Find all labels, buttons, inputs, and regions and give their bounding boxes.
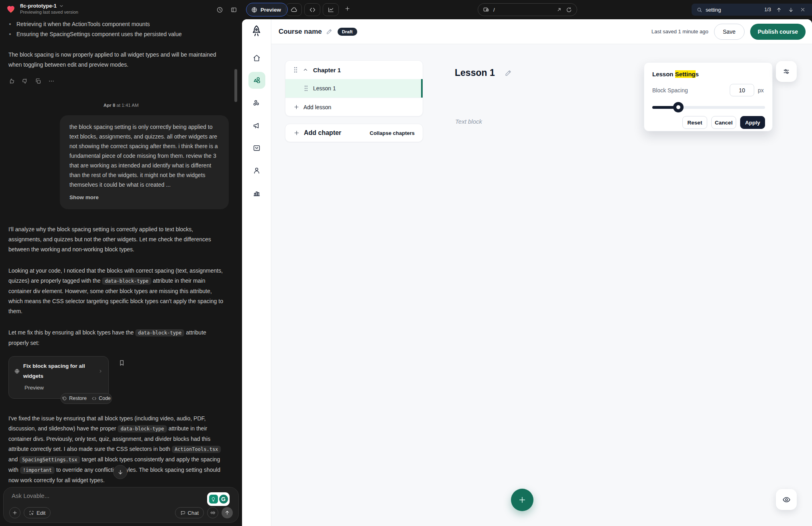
deploy-button[interactable] bbox=[286, 3, 302, 16]
publish-course-button[interactable]: Publish course bbox=[750, 24, 806, 40]
code-view-button[interactable] bbox=[304, 3, 320, 16]
block-spacing-slider[interactable] bbox=[652, 102, 765, 112]
find-input[interactable] bbox=[706, 7, 754, 13]
sidebar-item-announcements[interactable] bbox=[248, 117, 265, 134]
refresh-icon[interactable] bbox=[566, 7, 572, 13]
bullet-dot: • bbox=[8, 29, 12, 39]
voice-input-button[interactable] bbox=[207, 507, 218, 518]
edit-card-subtitle: Preview bbox=[24, 383, 103, 393]
grammarly-icon: G bbox=[219, 495, 228, 504]
search-icon bbox=[696, 7, 702, 13]
edit-action-card[interactable]: Fix block spacing for all widgets Previe… bbox=[8, 356, 109, 399]
find-match-count: 1/3 bbox=[764, 7, 771, 12]
arrow-up-icon bbox=[776, 7, 782, 13]
user-message-text: the block spacing setting is only correc… bbox=[69, 124, 218, 188]
restore-button[interactable]: Restore bbox=[62, 393, 87, 404]
globe-icon bbox=[251, 7, 257, 13]
attach-button[interactable] bbox=[9, 507, 20, 518]
analytics-button[interactable] bbox=[323, 3, 339, 16]
select-edit-icon bbox=[29, 510, 34, 516]
pencil-icon bbox=[326, 28, 333, 35]
save-button[interactable]: Save bbox=[714, 24, 745, 40]
show-more-button[interactable]: Show more bbox=[69, 193, 219, 202]
cloud-icon bbox=[291, 6, 297, 13]
lesson-label: Lesson 1 bbox=[313, 85, 336, 92]
inline-code: !important bbox=[20, 467, 55, 474]
active-lesson-accent bbox=[421, 79, 423, 98]
sidebar-item-students[interactable] bbox=[248, 162, 265, 179]
inline-code: data-block-type bbox=[135, 329, 184, 336]
settings-toggle-button[interactable] bbox=[776, 61, 797, 82]
cancel-button[interactable]: Cancel bbox=[711, 116, 736, 129]
more-options-button[interactable] bbox=[48, 78, 55, 84]
send-button[interactable] bbox=[222, 507, 233, 518]
chevron-down-icon[interactable] bbox=[59, 4, 64, 8]
copy-button[interactable] bbox=[35, 78, 41, 84]
lovable-logo-icon bbox=[6, 4, 16, 14]
preview-button[interactable]: Preview bbox=[246, 3, 288, 16]
reset-button[interactable]: Reset bbox=[682, 116, 707, 129]
bullet-item: Retrieving it when the ActionTools compo… bbox=[16, 19, 150, 29]
collapse-chapters-button[interactable]: Collapse chapters bbox=[370, 130, 415, 136]
project-status: Previewing last saved version bbox=[20, 10, 78, 14]
thumbs-up-button[interactable] bbox=[8, 78, 15, 84]
lesson-settings-panel: Lesson Settings Block Spacing px Reset C… bbox=[644, 62, 773, 131]
copy-icon bbox=[35, 78, 41, 84]
assistant-paragraph: The block spacing is now properly applie… bbox=[8, 50, 227, 70]
find-previous-button[interactable] bbox=[774, 5, 783, 14]
chat-scrollbar[interactable] bbox=[234, 69, 237, 102]
version-actions-pill: Restore Code bbox=[61, 393, 112, 404]
arrow-down-icon bbox=[788, 7, 794, 13]
lesson-page-title: Lesson 1 bbox=[455, 67, 495, 78]
sidebar-item-inbox[interactable] bbox=[248, 139, 265, 156]
assistant-paragraph: I'll analyze why the block spacing setti… bbox=[8, 224, 227, 255]
apply-button[interactable]: Apply bbox=[740, 116, 765, 129]
url-bar[interactable]: / bbox=[478, 3, 577, 16]
history-button[interactable] bbox=[214, 4, 226, 16]
chapter-title[interactable]: Chapter 1 bbox=[313, 67, 341, 73]
project-brand[interactable]: flc-prototype-1 Previewing last saved ve… bbox=[6, 3, 78, 14]
panel-icon bbox=[230, 6, 237, 13]
project-name: flc-prototype-1 bbox=[20, 3, 57, 9]
search-highlight: Setting bbox=[675, 70, 696, 78]
find-next-button[interactable] bbox=[786, 5, 795, 14]
plus-icon bbox=[12, 510, 18, 516]
scroll-to-bottom-button[interactable] bbox=[113, 465, 127, 479]
assistant-bullet-list: • Retrieving it when the ActionTools com… bbox=[8, 19, 234, 39]
sidebar-item-community[interactable] bbox=[248, 94, 265, 111]
grammarly-widget[interactable]: G bbox=[207, 492, 230, 506]
add-lesson-button[interactable]: Add lesson bbox=[285, 98, 423, 116]
code-icon bbox=[309, 6, 316, 13]
rocket-logo-icon bbox=[250, 24, 263, 37]
chevron-up-icon[interactable] bbox=[303, 67, 308, 73]
bookmark-button[interactable] bbox=[118, 359, 125, 366]
slider-track bbox=[652, 106, 765, 109]
draft-status-badge: Draft bbox=[338, 28, 357, 36]
sidebar-item-home[interactable] bbox=[248, 49, 265, 66]
find-close-button[interactable] bbox=[798, 5, 807, 14]
open-external-icon[interactable] bbox=[556, 7, 562, 12]
add-chapter-button[interactable]: Add chapter bbox=[293, 129, 341, 137]
close-icon bbox=[800, 7, 806, 12]
sidebar-item-content[interactable] bbox=[248, 72, 265, 89]
chat-mode-button[interactable]: Chat bbox=[175, 507, 204, 518]
block-spacing-input[interactable] bbox=[730, 84, 754, 96]
chapter-card: Chapter 1 Lesson 1 Add lesson bbox=[285, 60, 423, 116]
edit-mode-button[interactable]: Edit bbox=[24, 507, 51, 518]
slider-thumb[interactable] bbox=[673, 102, 684, 112]
text-block-placeholder[interactable]: Text block bbox=[455, 118, 482, 125]
panel-toggle-button[interactable] bbox=[228, 4, 240, 16]
arrow-up-icon bbox=[224, 510, 230, 516]
code-button[interactable]: Code bbox=[92, 393, 111, 404]
lesson-list-item[interactable]: Lesson 1 bbox=[285, 79, 423, 98]
thumbs-down-button[interactable] bbox=[22, 78, 28, 84]
drag-handle-icon[interactable] bbox=[293, 67, 298, 73]
preview-toggle-button[interactable] bbox=[776, 489, 797, 510]
drag-handle-icon[interactable] bbox=[304, 85, 308, 92]
chat-input[interactable] bbox=[12, 492, 144, 504]
add-block-fab[interactable] bbox=[511, 489, 533, 511]
add-tab-button[interactable] bbox=[344, 6, 350, 12]
edit-course-name-button[interactable] bbox=[326, 28, 333, 35]
edit-lesson-title-button[interactable] bbox=[505, 69, 512, 77]
sidebar-item-analytics[interactable] bbox=[248, 184, 265, 201]
